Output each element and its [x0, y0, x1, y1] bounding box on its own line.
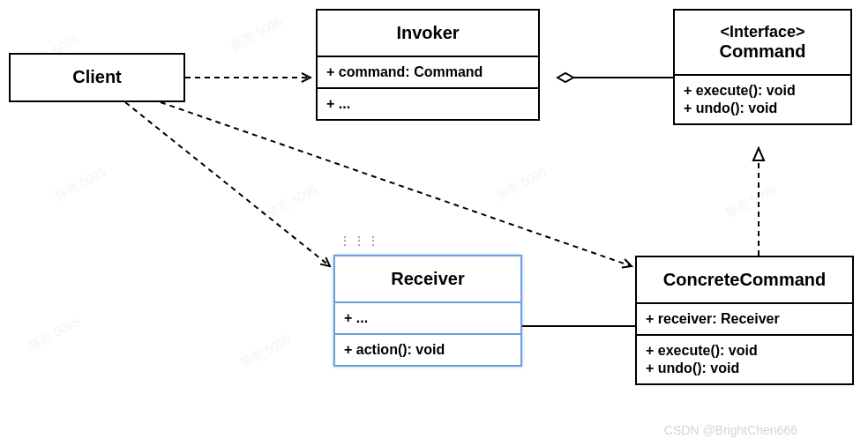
class-invoker[interactable]: Invoker + command: Command + ... [316, 9, 540, 121]
watermark: 陈亮 5095 [52, 164, 108, 204]
class-concrete-command[interactable]: ConcreteCommand + receiver: Receiver + e… [635, 256, 854, 385]
watermark: 陈亮 5095 [228, 14, 285, 54]
class-receiver-attr1: + ... [335, 303, 520, 335]
class-concrete-op1: + execute(): void [637, 336, 852, 361]
class-client[interactable]: Client [9, 53, 185, 102]
class-concrete-title: ConcreteCommand [637, 257, 852, 304]
class-invoker-attr1: + command: Command [318, 57, 538, 89]
class-invoker-attr2: + ... [318, 89, 538, 119]
class-receiver[interactable]: Receiver + ... + action(): void [333, 255, 522, 367]
watermark: 陈亮 5095 [264, 182, 320, 221]
class-invoker-title: Invoker [318, 11, 538, 57]
class-command-name: Command [720, 41, 806, 61]
class-command[interactable]: <Interface> Command + execute(): void + … [673, 9, 852, 125]
class-command-op1: + execute(): void [675, 76, 850, 100]
watermark: 陈亮 5095 [493, 164, 550, 204]
dep-client-concrete [161, 102, 632, 266]
class-command-stereotype: <Interface> [682, 23, 843, 41]
watermark: 陈亮 5095 [237, 331, 294, 371]
class-receiver-op1: + action(): void [335, 335, 520, 365]
class-client-title: Client [11, 55, 183, 100]
class-command-title: <Interface> Command [675, 11, 850, 76]
bottom-watermark: CSDN @BrightChen666 [664, 423, 797, 437]
watermark: 陈亮 5095 [722, 182, 779, 221]
class-command-op2: + undo(): void [675, 100, 850, 123]
watermark: 陈亮 5095 [26, 314, 82, 353]
drag-handle-icon[interactable]: ⋮⋮⋮ [339, 238, 355, 249]
class-concrete-op2: + undo(): void [637, 361, 852, 383]
class-receiver-title: Receiver [335, 256, 520, 303]
dep-client-receiver [125, 102, 330, 266]
class-concrete-attr1: + receiver: Receiver [637, 304, 852, 336]
